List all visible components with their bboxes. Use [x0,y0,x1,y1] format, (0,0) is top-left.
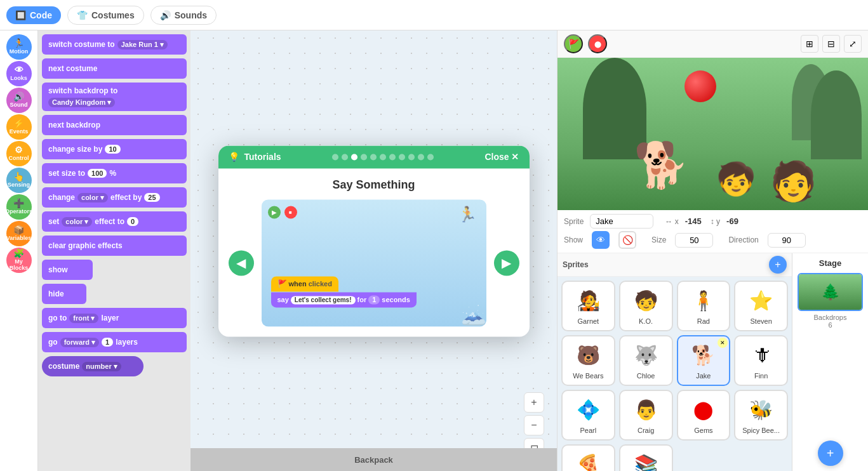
sprite-thumb-jake[interactable]: ✕ 🐕 Jake [677,335,731,386]
tutorial-prev-button[interactable]: ◀ [229,250,254,275]
gems-sprite-image: ⬤ [688,394,719,425]
add-sprite-button[interactable]: + [769,256,787,274]
sprites-header: Sprites + [558,253,792,277]
block-show[interactable]: show [42,260,93,280]
sprite-thumb-book[interactable]: 📚 Book [619,444,673,471]
tab-costumes[interactable]: 👕 Costumes [67,6,144,25]
dot-5 [370,154,377,160]
spicybee-sprite-label: Spicy Bee... [742,427,780,434]
dot-4 [361,154,367,160]
tutorial-close-button[interactable]: Close ✕ [484,152,519,162]
show-visible-button[interactable]: 👁 [592,231,610,249]
tutorial-next-button[interactable]: ▶ [494,250,519,275]
dot-7 [389,154,396,160]
sprite-thumb-pizza[interactable]: 🍕 Pizza [561,444,615,471]
lightbulb-icon: 💡 [229,152,239,162]
sprite-thumb-rad[interactable]: 🧍 Rad [677,281,731,331]
ko-sprite-image: 🧒 [630,284,662,316]
zoom-in-button[interactable]: + [524,392,544,413]
layout-small-button[interactable]: ⊞ [801,35,818,53]
layout-fullscreen-button[interactable]: ⤢ [844,35,862,53]
block-change-color-effect[interactable]: change color ▾ effect by 25 [42,187,187,208]
jake-sprite-label: Jake [696,372,711,380]
block-next-costume[interactable]: next costume [42,58,187,79]
sprite-thumb-webears[interactable]: 🐻 We Bears [561,335,615,386]
sprite-thumb-steven[interactable]: ⭐ Steven [734,281,788,331]
stage-thumbnail[interactable]: 🌲 [798,273,863,311]
sprite-thumb-gems[interactable]: ⬤ Gems [677,390,731,441]
costumes-icon: 👕 [77,10,88,20]
block-clear-effects[interactable]: clear graphic effects [42,236,187,256]
block-set-color-effect[interactable]: set color ▾ effect to 0 [42,211,187,232]
tab-code[interactable]: 🔲 Code [6,6,61,24]
stage-canvas: 🐕 🧒 🧑 [558,58,868,210]
character-1: 🧒 [716,161,756,197]
size-label: Size [651,236,666,244]
block-go-to-layer[interactable]: go to front ▾ layer [42,308,187,328]
steven-sprite-image: ⭐ [745,284,777,316]
webears-sprite-label: We Bears [573,372,603,380]
sprite-thumb-garnet[interactable]: 🧑‍🎤 Garnet [561,281,615,331]
sprite-name-input[interactable] [590,214,653,229]
sidebar-item-control[interactable]: ⚙ Control [6,141,32,166]
sprite-thumb-chloe[interactable]: 🐺 Chloe [619,335,673,386]
layout-split-button[interactable]: ⊟ [822,35,840,53]
tutorial-progress-dots [332,154,434,160]
sidebar-item-sensing[interactable]: 👆 Sensing [6,168,32,193]
zoom-out-button[interactable]: − [524,415,544,435]
sidebar-item-operators[interactable]: ➕ Operators [6,194,32,220]
direction-input[interactable] [768,233,806,248]
spicybee-sprite-image: 🐝 [745,394,777,425]
block-change-size[interactable]: change size by 10 [42,139,187,159]
show-hidden-button[interactable]: 🚫 [618,231,636,249]
sidebar-item-myblocks[interactable]: 🧩 My Blocks [6,248,32,273]
block-set-size[interactable]: set size to 100 % [42,163,187,183]
y-coord-label: ↕ y [711,217,720,226]
backpack-bar[interactable]: Backpack [190,448,557,471]
sprite-thumb-spicybee[interactable]: 🐝 Spicy Bee... [734,390,788,441]
sprite-info-panel: Sprite ↔ x -145 ↕ y -69 Show 👁 🚫 Size Di… [558,210,868,253]
tutorial-content: ◀ ▶ ■ 🏃 [229,199,519,326]
jake-delete-badge[interactable]: ✕ [718,338,728,348]
sidebar-item-motion[interactable]: 🏃 Motion [6,34,32,60]
backpack-label: Backpack [354,455,393,465]
block-switch-costume[interactable]: switch costume to Jake Run 1 ▾ [42,34,187,55]
stage-section: 🚩 ⬤ ⊞ ⊟ ⤢ 🐕 🧒 � [558,30,868,210]
sidebar-item-looks[interactable]: 👁 Looks [6,61,32,86]
dot-11 [427,154,434,160]
tutorial-heading: Say Something [229,178,519,192]
script-area[interactable]: 💡 Tutorials Close ✕ [190,30,557,471]
sidebar-item-events[interactable]: ⚡ Events [6,114,32,140]
sprite-thumb-finn[interactable]: 🗡 Finn [734,335,788,386]
sprite-thumb-pearl[interactable]: 💠 Pearl [561,390,615,441]
sidebar-item-variables[interactable]: 📦 Variables [6,221,32,246]
sprite-thumb-ko[interactable]: 🧒 K.O. [619,281,673,331]
tutorial-preview: ▶ ■ 🏃 🚩 when clicked [262,199,486,326]
dot-10 [418,154,424,160]
dot-1 [332,154,338,160]
sprites-grid: 🧑‍🎤 Garnet 🧒 K.O. 🧍 Rad ⭐ [558,277,792,471]
dot-2 [342,154,348,160]
stop-button[interactable]: ⬤ [588,34,607,53]
garnet-sprite-image: 🧑‍🎤 [572,284,604,316]
backdrop-count: Backdrops 6 [798,314,863,329]
garnet-sprite-label: Garnet [578,317,599,325]
block-next-backdrop[interactable]: next backdrop [42,115,187,135]
sprite-label: Sprite [564,217,584,226]
size-input[interactable] [675,233,713,248]
block-go-forward-layers[interactable]: go forward ▾ 1 layers [42,332,187,352]
block-costume-number[interactable]: costume number ▾ [42,356,144,376]
sprite-thumb-craig[interactable]: 👨 Craig [619,390,673,441]
block-switch-backdrop[interactable]: switch backdrop to Candy Kingdom ▾ [42,83,187,111]
tab-sounds[interactable]: 🔊 Sounds [150,6,217,25]
pearl-sprite-label: Pearl [580,427,597,434]
add-backdrop-button[interactable]: + [818,441,843,466]
sprites-section: Sprites + 🧑‍🎤 Garnet 🧒 K.O. [558,253,792,471]
sidebar-item-sound[interactable]: 🔊 Sound [6,88,32,113]
green-flag-button[interactable]: 🚩 [564,34,583,53]
stage-strip-title: Stage [798,258,863,268]
rad-sprite-label: Rad [697,317,710,325]
block-hide[interactable]: hide [42,284,86,304]
tree-2 [811,70,862,159]
direction-label: Direction [728,236,758,244]
